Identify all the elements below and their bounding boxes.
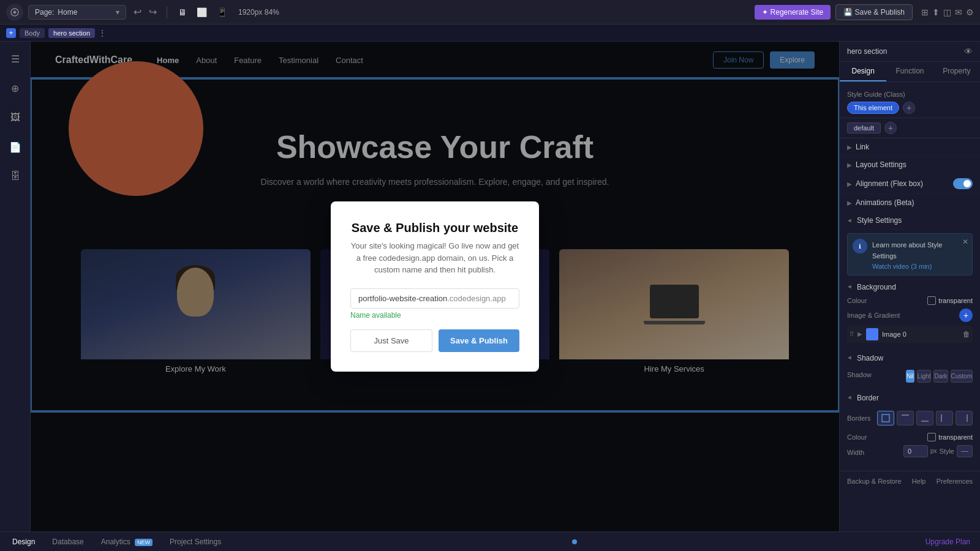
alignment-label: Alignment (Flex box) [856, 179, 923, 188]
alignment-toggle[interactable] [953, 178, 973, 189]
tab-function[interactable]: Function [886, 62, 933, 81]
border-bottom-icon[interactable] [916, 411, 933, 425]
border-left-icon[interactable] [936, 411, 953, 425]
bottom-database-tab[interactable]: Database [50, 538, 86, 546]
border-width-input[interactable] [903, 445, 928, 457]
sidebar-content: Style Guide (Class) This element + defau… [840, 82, 980, 531]
layers-icon[interactable]: ◫ [943, 7, 951, 17]
default-add-button[interactable]: + [884, 122, 897, 134]
animations-left: ▶ Animations (Beta) [847, 198, 914, 207]
border-all-sides-icon[interactable] [877, 411, 894, 425]
background-chevron-icon: ▼ [846, 284, 853, 290]
bottom-analytics-tab[interactable]: Analytics NEW [99, 538, 155, 546]
logo-icon[interactable] [6, 4, 23, 21]
preferences-link[interactable]: Preferences [937, 478, 973, 485]
shadow-label-text: Shadow [847, 371, 872, 378]
settings-icon[interactable]: ⚙ [966, 7, 974, 17]
modal-save-publish-button[interactable]: Save & Publish [439, 329, 519, 352]
shadow-title: Shadow [857, 354, 883, 362]
breadcrumb-body[interactable]: Body [20, 28, 45, 38]
shadow-buttons: Nil Light Dark Custom [906, 370, 973, 383]
page-selector[interactable]: Page: Home ▾ [28, 5, 126, 20]
layout-icon[interactable]: ⊞ [921, 7, 929, 17]
style-settings-left: ▼ Style Settings [847, 216, 902, 225]
help-link[interactable]: Help [912, 478, 926, 485]
animations-chevron-icon: ▶ [847, 200, 852, 206]
style-add-button[interactable]: + [903, 102, 915, 114]
border-top-icon[interactable] [897, 411, 914, 425]
style-settings-row[interactable]: ▼ Style Settings [840, 212, 980, 230]
undo-button[interactable]: ↩ [131, 4, 144, 20]
separator-1 [167, 6, 167, 18]
this-element-tag[interactable]: This element [847, 102, 899, 114]
image-delete-icon[interactable]: 🗑 [963, 330, 970, 339]
tablet-portrait-icon[interactable]: 📱 [213, 5, 231, 20]
shadow-nil-button[interactable]: Nil [906, 370, 914, 383]
image-gradient-row-header: Image & Gradient + [847, 309, 973, 322]
image-gradient-label: Image & Gradient [847, 312, 900, 319]
shadow-field-row: Shadow Nil Light Dark Custom [847, 367, 973, 383]
tab-design[interactable]: Design [840, 62, 886, 81]
left-components-icon[interactable]: ⊕ [4, 77, 26, 99]
border-width-row: Width px Style — [847, 445, 973, 460]
shadow-header[interactable]: ▼ Shadow [847, 354, 973, 362]
expand-icon[interactable]: ▶ [858, 331, 862, 337]
breadcrumb-more-icon[interactable]: ⋮ [99, 29, 106, 37]
colour-value[interactable]: transparent [927, 296, 973, 305]
animations-row[interactable]: ▶ Animations (Beta) [840, 194, 980, 212]
breadcrumb-hero-section[interactable]: hero section [48, 28, 95, 38]
image-swatch [866, 328, 878, 340]
image-gradient-add-button[interactable]: + [959, 309, 973, 322]
borders-label: Borders [847, 414, 871, 422]
modal-domain-input[interactable]: portfolio-website-creation .codedesign.a… [350, 288, 519, 309]
layout-settings-row[interactable]: ▶ Layout Settings [840, 156, 980, 174]
tab-property[interactable]: Property [933, 62, 980, 81]
regenerate-button[interactable]: ✦ Regenerate Site [755, 5, 831, 20]
left-layers-icon[interactable]: ☰ [4, 48, 26, 70]
email-icon[interactable]: ✉ [955, 7, 962, 17]
top-toolbar: Page: Home ▾ ↩ ↪ 🖥 ⬜ 📱 1920px 84% ✦ Rege… [0, 0, 980, 24]
canvas-area: CraftedWithCare Home About Feature Testi… [31, 42, 839, 531]
border-colour-value[interactable]: transparent [927, 433, 973, 441]
analytics-badge: NEW [135, 539, 153, 546]
right-sidebar-tabs: Design Function Property [840, 62, 980, 82]
watch-video-link[interactable]: Watch video (3 min) [872, 263, 967, 270]
alignment-row[interactable]: ▶ Alignment (Flex box) [840, 174, 980, 194]
background-header[interactable]: ▼ Background [847, 283, 973, 291]
left-pages-icon[interactable]: 📄 [4, 136, 26, 158]
modal-subtitle: Your site's looking magical! Go live now… [350, 240, 519, 276]
visibility-icon[interactable]: 👁 [964, 47, 973, 56]
link-label: Link [856, 143, 869, 151]
style-settings-close-icon[interactable]: ✕ [962, 238, 968, 246]
border-input-row: px Style — [903, 445, 973, 457]
redo-button[interactable]: ↪ [146, 4, 159, 20]
border-right-icon[interactable] [956, 411, 973, 425]
border-header[interactable]: ▼ Border [847, 394, 973, 402]
image-0-label: Image 0 [882, 331, 959, 338]
background-section: ▼ Background Colour transparent Image & … [840, 279, 980, 350]
shadow-light-button[interactable]: Light [917, 370, 932, 383]
border-style-minus-button[interactable]: — [957, 445, 973, 457]
bottom-design-tab[interactable]: Design [10, 538, 37, 546]
bottom-project-settings-tab[interactable]: Project Settings [167, 538, 224, 546]
border-section: ▼ Border Borders [840, 390, 980, 467]
desktop-icon[interactable]: 🖥 [175, 5, 190, 20]
modal-just-save-button[interactable]: Just Save [350, 329, 432, 352]
default-tag[interactable]: default [847, 122, 881, 133]
upgrade-plan-link[interactable]: Upgrade Plan [925, 538, 970, 546]
save-publish-modal: Save & Publish your website Your site's … [331, 201, 539, 372]
left-data-icon[interactable]: 🗄 [4, 165, 26, 187]
backup-restore-link[interactable]: Backup & Restore [847, 478, 902, 485]
tablet-landscape-icon[interactable]: ⬜ [193, 5, 211, 20]
link-row-left: ▶ Link [847, 143, 869, 151]
shadow-dark-button[interactable]: Dark [933, 370, 948, 383]
link-row[interactable]: ▶ Link [840, 138, 980, 156]
border-colour-label: Colour [847, 433, 867, 441]
shadow-custom-button[interactable]: Custom [951, 370, 973, 383]
export-icon[interactable]: ⬆ [932, 7, 940, 17]
modal-domain-suffix: .codedesign.app [447, 294, 505, 303]
save-publish-toolbar-button[interactable]: 💾 Save & Publish [835, 4, 913, 20]
drag-handle-icon[interactable]: ⠿ [850, 331, 854, 337]
breadcrumb-add-button[interactable]: + [6, 28, 16, 38]
left-media-icon[interactable]: 🖼 [4, 107, 26, 129]
